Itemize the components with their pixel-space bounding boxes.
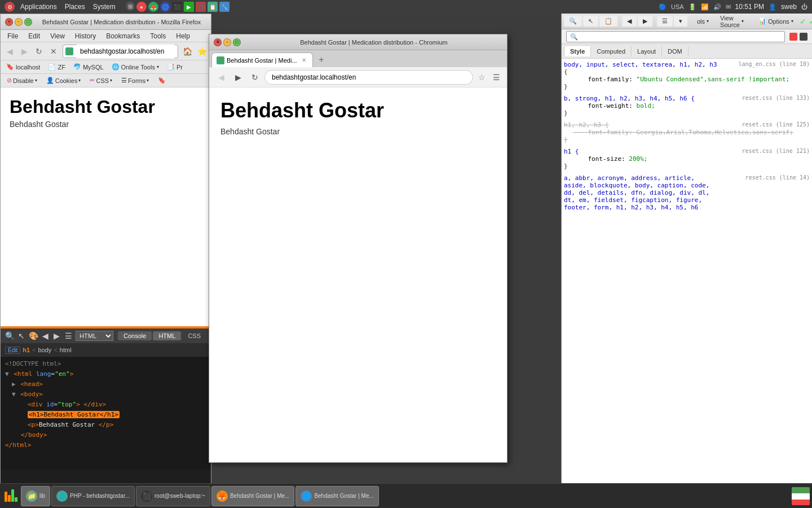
firebug-expand-btn[interactable]: ▾	[674, 16, 687, 27]
firefox-stop-btn[interactable]: ✕	[47, 45, 60, 58]
disable-btn[interactable]: ⊘ Disable ▾	[3, 76, 41, 85]
menu-bookmarks[interactable]: Bookmarks	[102, 31, 144, 41]
taskbar-lib-btn[interactable]: 📁 lib	[21, 486, 50, 506]
bookmark-pr[interactable]: 📑 Pr	[164, 63, 186, 71]
user-icon[interactable]: 👤	[769, 3, 776, 11]
chromium-tab-close[interactable]: ✕	[300, 56, 308, 64]
bookmark-zf[interactable]: 📄 ZF	[45, 63, 68, 71]
firebug-pointer-btn[interactable]: ↖	[583, 16, 598, 27]
taskbar-php-btn[interactable]: 🌐 PHP - behdashtgostar...	[51, 486, 135, 506]
firebug-options-btn[interactable]: 📊 Options ▾	[753, 16, 798, 27]
firefox-close-btn[interactable]: ✕	[5, 18, 13, 26]
devtools-menu-btn[interactable]: ☰	[64, 330, 73, 342]
devtools-edit-btn[interactable]: Edit	[5, 347, 20, 354]
firefox-bookmarks-btn[interactable]: ⭐	[195, 45, 209, 58]
system-menu[interactable]: System	[91, 2, 118, 12]
cookies-btn[interactable]: 👤 Cookies ▾	[42, 76, 85, 85]
chromium-min-btn[interactable]: −	[223, 38, 231, 46]
more-btn[interactable]: 🔖	[154, 76, 170, 85]
firebug-tools-btn[interactable]: ols ▾	[692, 16, 714, 27]
bookmark-mysql[interactable]: 🐬 MySQL	[70, 63, 107, 71]
devtools-pointer-btn[interactable]: ↖	[17, 330, 27, 342]
forms-btn[interactable]: ☰ Forms ▾	[117, 76, 153, 85]
chromium-max-btn[interactable]: □	[233, 38, 241, 46]
firebug-resize-btn1[interactable]	[789, 33, 797, 41]
css-file-3[interactable]: reset.css (line 125)	[742, 121, 810, 128]
firebug-resize-btn2[interactable]	[800, 33, 807, 41]
devtools-inspect-btn[interactable]: 🔍	[5, 330, 15, 342]
mail-icon[interactable]: ✉	[726, 3, 731, 11]
applications-menu[interactable]: Applications	[18, 2, 59, 12]
devtools-tab-html[interactable]: HTML	[153, 331, 181, 340]
app-icon-7[interactable]: 📋	[208, 2, 218, 12]
taskbar-chromium-btn[interactable]: 🌐 Behdasht Gostar | Me...	[295, 486, 378, 506]
bluetooth-icon[interactable]: 🔵	[659, 3, 667, 11]
menu-file[interactable]: File	[3, 31, 23, 41]
firebug-nav-fwd-btn[interactable]: ▶	[638, 16, 652, 27]
app-icon-8[interactable]: 🔧	[219, 2, 230, 12]
firebug-console-btn[interactable]: 📋	[599, 16, 617, 27]
taskbar-terminal-btn[interactable]: ⬛ root@sweb-laptop:~	[136, 486, 210, 506]
taskbar-firefox-btn[interactable]: 🦊 Behdasht Gostar | Me...	[211, 486, 294, 506]
places-menu[interactable]: Places	[63, 2, 87, 12]
css-file-4[interactable]: reset.css (line 121)	[742, 148, 810, 154]
firefox-min-btn[interactable]: −	[15, 18, 23, 26]
wifi-icon[interactable]: 📶	[701, 3, 709, 11]
body-triangle[interactable]	[12, 391, 16, 398]
firebug-inspect-btn[interactable]: 🔍	[564, 16, 582, 27]
css-file-2[interactable]: reset.css (line 133)	[742, 95, 810, 101]
app-icon-2[interactable]: 🦊	[148, 2, 158, 12]
firebug-view-source-btn[interactable]: View Source ▾	[715, 13, 749, 30]
app-icon-6[interactable]: 🎵	[196, 2, 206, 12]
html-triangle[interactable]	[5, 370, 9, 378]
css-file-5[interactable]: reset.css (line 14)	[745, 174, 810, 181]
devtools-tab-css[interactable]: CSS	[182, 331, 206, 340]
app-icon-3[interactable]: 🌐	[160, 2, 170, 12]
devtools-tab-console[interactable]: Console	[118, 331, 152, 340]
battery-icon[interactable]: 🔋	[689, 3, 696, 11]
bookmark-online-tools[interactable]: 🌐 Online Tools ▾	[108, 63, 162, 71]
chromium-back-btn[interactable]: ◀	[214, 70, 228, 85]
chromium-active-tab[interactable]: 🌿 Behdasht Gostar | Medi... ✕	[211, 52, 313, 67]
menu-history[interactable]: History	[70, 31, 100, 41]
chromium-refresh-btn[interactable]: ↻	[248, 70, 262, 85]
chromium-new-tab-btn[interactable]: +	[315, 54, 328, 66]
app-icon-1[interactable]: ●	[136, 2, 147, 12]
devtools-color-btn[interactable]: 🎨	[29, 330, 38, 342]
devtools-back-btn[interactable]: ◀	[41, 330, 50, 342]
firefox-url-input[interactable]	[76, 45, 175, 58]
network-icon[interactable]: USA	[671, 3, 684, 10]
style-tab-computed[interactable]: Computed	[591, 46, 632, 56]
volume-icon[interactable]: 🔊	[713, 3, 721, 11]
style-tab-dom[interactable]: DOM	[662, 46, 689, 56]
chromium-close-btn[interactable]: ✕	[214, 38, 222, 46]
app-icon-5[interactable]: ▶	[184, 2, 194, 12]
firebug-nav-back-btn[interactable]: ◀	[622, 16, 637, 27]
bookmark-localhost[interactable]: 🔖 localhost	[3, 63, 43, 71]
power-icon[interactable]: ⏻	[801, 3, 807, 10]
css-btn[interactable]: ✏ CSS ▾	[86, 76, 116, 85]
head-triangle[interactable]	[12, 380, 16, 388]
taskbar-apps-icon[interactable]: ⊞	[126, 2, 135, 11]
menu-tools[interactable]: Tools	[145, 31, 170, 41]
chromium-menu-btn[interactable]: ☰	[490, 71, 502, 84]
style-tab-style[interactable]: Style	[564, 46, 591, 56]
devtools-forward-btn[interactable]: ▶	[52, 330, 62, 342]
menu-help[interactable]: Help	[171, 31, 195, 41]
menu-edit[interactable]: Edit	[24, 31, 45, 41]
app-icon-4[interactable]: ⬛	[172, 2, 182, 12]
firefox-refresh-btn[interactable]: ↻	[32, 45, 46, 58]
html-line-h1[interactable]: <h1>Behdasht Gostar</h1>	[5, 410, 206, 420]
firefox-forward-btn[interactable]: ▶	[17, 45, 31, 58]
devtools-tab-select[interactable]: Console HTML CSS	[76, 331, 113, 341]
firebug-multiline-btn[interactable]: ☰	[657, 16, 673, 27]
chromium-star-btn[interactable]: ☆	[475, 71, 488, 84]
style-tab-layout[interactable]: Layout	[632, 46, 662, 56]
menu-view[interactable]: View	[46, 31, 69, 41]
chromium-forward-btn[interactable]: ▶	[231, 70, 245, 85]
firefox-max-btn[interactable]: □	[24, 18, 32, 26]
chromium-url-input[interactable]	[264, 70, 473, 85]
css-file-1[interactable]: lang_en.css (line 10)	[739, 61, 810, 67]
firefox-back-btn[interactable]: ◀	[3, 45, 16, 58]
firebug-search-input[interactable]	[566, 31, 785, 42]
